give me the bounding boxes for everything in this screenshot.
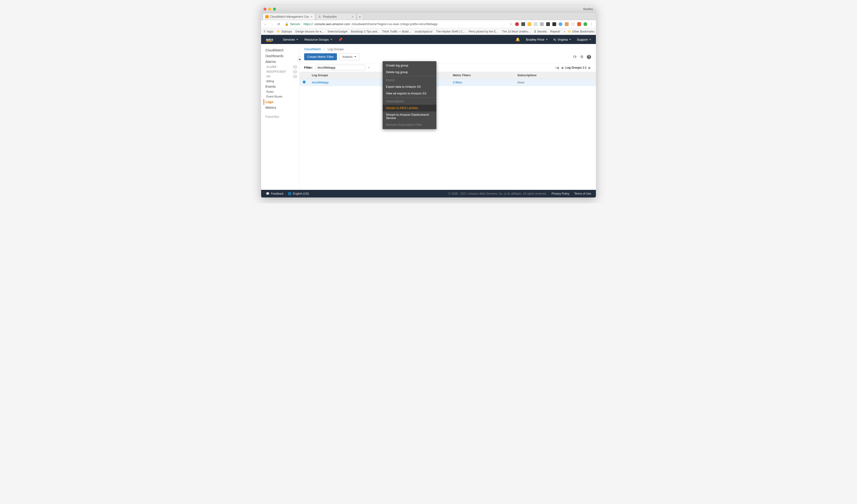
bookmark-label: Startups bbox=[281, 30, 292, 33]
first-page-icon[interactable]: I◀ bbox=[555, 66, 559, 70]
dd-stream-lambda[interactable]: Stream to AWS Lambda bbox=[383, 105, 436, 112]
log-group-link[interactable]: /ecs/Webapp bbox=[312, 81, 329, 84]
sidebar-item-alarm[interactable]: ALARM0 bbox=[264, 65, 299, 69]
sidebar-item-events[interactable]: Events bbox=[264, 84, 299, 89]
sidebar-item-insufficient[interactable]: INSUFFICIENT0 bbox=[264, 69, 299, 74]
close-window-icon[interactable] bbox=[264, 7, 266, 11]
count-badge: 0 bbox=[293, 75, 297, 78]
actions-label: Actions bbox=[342, 55, 353, 58]
other-bookmarks[interactable]: 📁Other Bookmarks bbox=[568, 30, 594, 33]
actions-button[interactable]: Actions bbox=[339, 53, 360, 60]
dd-delete-log-group[interactable]: Delete log group bbox=[383, 69, 436, 75]
extension-icon[interactable] bbox=[571, 22, 575, 26]
close-icon[interactable]: × bbox=[352, 15, 354, 19]
radio-selected-icon[interactable] bbox=[303, 81, 306, 83]
sidebar-item-dashboards[interactable]: Dashboards bbox=[264, 53, 299, 59]
dd-create-log-group[interactable]: Create log group bbox=[383, 62, 436, 69]
extension-icon[interactable] bbox=[534, 22, 538, 26]
bookmark-item[interactable]: Bootstrap 3 Tips and.. bbox=[351, 30, 379, 33]
sidebar-item-alarms[interactable]: Alarms bbox=[264, 59, 299, 65]
extension-icon[interactable] bbox=[527, 22, 531, 26]
tab-cloudwatch[interactable]: 🟧 CloudWatch Management Con × bbox=[263, 13, 315, 20]
breadcrumb-root[interactable]: CloudWatch bbox=[304, 47, 321, 51]
metric-filters-link[interactable]: 0 filters bbox=[453, 81, 462, 84]
pager: I◀ ◀ Log Groups 1-1 ▶ bbox=[555, 66, 591, 70]
bookmark-overflow-icon[interactable]: » bbox=[564, 30, 565, 33]
extension-icon[interactable] bbox=[584, 22, 587, 26]
col-header-name[interactable]: Log Groups bbox=[309, 72, 381, 79]
next-page-icon[interactable]: ▶ bbox=[588, 66, 591, 70]
bookmark-item[interactable]: The Hacker Shelf | C… bbox=[436, 30, 465, 33]
sidebar-item-cloudwatch[interactable]: CloudWatch bbox=[264, 47, 299, 53]
gear-icon[interactable]: ⚙ bbox=[580, 54, 584, 59]
table-row[interactable]: /ecs/Webapp Never Expire 0 filters None bbox=[299, 79, 596, 86]
bookmark-label: Secrets bbox=[537, 30, 547, 33]
filter-input[interactable] bbox=[315, 65, 365, 70]
extension-icon[interactable] bbox=[558, 22, 562, 26]
maximize-window-icon[interactable] bbox=[273, 7, 276, 11]
terms-link[interactable]: Terms of Use bbox=[574, 192, 591, 195]
reload-icon[interactable]: ⟳ bbox=[277, 22, 281, 26]
prev-page-icon[interactable]: ◀ bbox=[561, 66, 564, 70]
resource-groups-menu[interactable]: Resource Groups bbox=[304, 38, 332, 41]
feedback-button[interactable]: 💬Feedback bbox=[266, 192, 284, 195]
dd-stream-es[interactable]: Stream to Amazon Elasticsearch Service bbox=[383, 112, 436, 121]
bookmark-item[interactable]: $Secrets bbox=[534, 30, 547, 33]
bell-icon[interactable]: 🔔 bbox=[516, 37, 520, 41]
language-button[interactable]: 🌐English (US) bbox=[288, 192, 309, 195]
minimize-window-icon[interactable] bbox=[268, 7, 271, 11]
dd-export-s3[interactable]: Export data to Amazon S3 bbox=[383, 83, 436, 90]
bookmark-item[interactable]: Pens picked by the E… bbox=[469, 30, 499, 33]
dd-view-exports[interactable]: View all exports to Amazon S3 bbox=[383, 90, 436, 97]
create-metric-filter-button[interactable]: Create Metric Filter bbox=[304, 53, 337, 60]
sidebar-item-favorites[interactable]: Favorites bbox=[264, 114, 299, 120]
bookmark-label: Bootstrap 3 Tips and.. bbox=[351, 30, 379, 33]
col-header-sub[interactable]: Subscriptions bbox=[515, 72, 596, 79]
bookmark-item[interactable]: Repeat! bbox=[550, 30, 560, 33]
refresh-icon[interactable]: ⟳ bbox=[573, 54, 577, 60]
extension-icon[interactable] bbox=[565, 22, 569, 26]
sidebar-item-rules[interactable]: Rules bbox=[264, 89, 299, 94]
new-tab-button[interactable]: ▸ bbox=[357, 13, 364, 20]
apps-button[interactable]: ⠿Apps bbox=[264, 30, 273, 33]
address-field[interactable]: 🔒 Secure | https://console.aws.amazon.co… bbox=[284, 21, 506, 27]
sidebar-item-logs[interactable]: Logs bbox=[264, 99, 299, 105]
back-icon[interactable]: ← bbox=[264, 22, 267, 26]
clear-filter-icon[interactable]: × bbox=[368, 66, 370, 69]
extension-icon[interactable] bbox=[521, 22, 525, 26]
close-icon[interactable]: × bbox=[310, 15, 313, 19]
extension-icon[interactable] bbox=[546, 22, 550, 26]
feedback-label: Feedback bbox=[271, 192, 284, 195]
bookmark-item[interactable]: scratchpad.io/ bbox=[415, 30, 433, 33]
services-menu[interactable]: Services bbox=[283, 38, 298, 41]
pin-icon[interactable]: 📌 bbox=[338, 37, 342, 41]
collapse-sidebar-button[interactable]: ◀ bbox=[298, 56, 301, 62]
aws-logo[interactable]: aws bbox=[266, 37, 273, 41]
tab-produciton[interactable]: 🗎 Produciton × bbox=[316, 13, 356, 20]
star-icon[interactable]: ☆ bbox=[509, 22, 513, 26]
services-label: Services bbox=[283, 38, 295, 41]
sidebar-item-metrics[interactable]: Metrics bbox=[264, 105, 299, 111]
help-icon[interactable]: ? bbox=[587, 55, 591, 59]
sidebar-item-billing[interactable]: Billing bbox=[264, 79, 299, 84]
bookmark-item[interactable]: Design lessons for e… bbox=[295, 30, 324, 33]
adblock-icon[interactable] bbox=[515, 22, 519, 26]
sidebar-item-event-buses[interactable]: Event Buses bbox=[264, 94, 299, 99]
bookmark-item[interactable]: Think Traffic — Build… bbox=[382, 30, 411, 33]
privacy-link[interactable]: Privacy Policy bbox=[552, 192, 570, 195]
sidebar-item-label: ALARM bbox=[266, 65, 276, 69]
file-icon: 🗎 bbox=[318, 15, 322, 18]
support-menu[interactable]: Support bbox=[577, 38, 591, 41]
sidebar-item-ok[interactable]: OK0 bbox=[264, 74, 299, 79]
bookmark-item[interactable]: SelectorGadget bbox=[327, 30, 348, 33]
user-menu[interactable]: Bradley Price bbox=[526, 38, 548, 41]
extension-icon[interactable] bbox=[540, 22, 544, 26]
menu-icon[interactable]: ⋮ bbox=[590, 22, 593, 26]
pocket-icon[interactable] bbox=[552, 22, 556, 26]
bookmark-item[interactable]: The 10 Most Underu… bbox=[502, 30, 531, 33]
bookmark-item[interactable]: 📁Startups bbox=[277, 30, 292, 33]
region-menu[interactable]: N. Virginia bbox=[554, 38, 571, 41]
forward-icon[interactable]: → bbox=[270, 22, 274, 26]
extension-icon[interactable] bbox=[577, 22, 581, 26]
col-header-metric[interactable]: Metric Filters bbox=[450, 72, 515, 79]
